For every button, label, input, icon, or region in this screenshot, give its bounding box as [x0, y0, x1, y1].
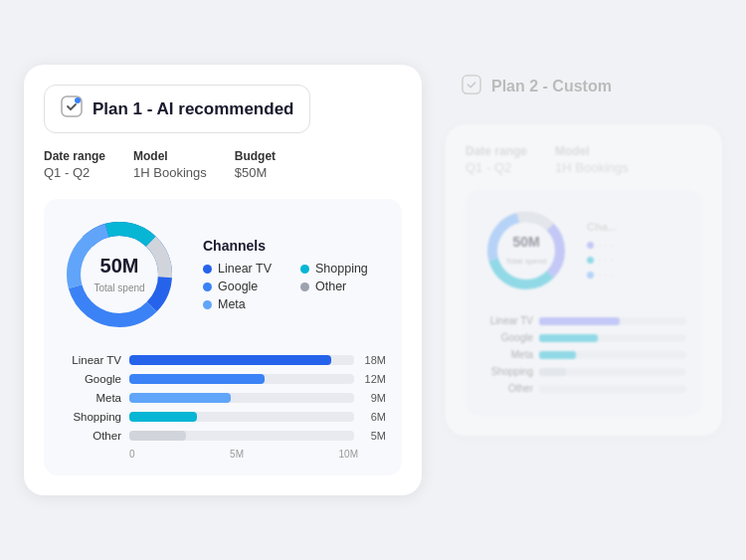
bar-row: Google 12M	[60, 373, 386, 385]
plan2-model: Model 1H Bookings	[555, 144, 629, 176]
plan1-icon	[61, 95, 83, 122]
plan1-legend: Channels Linear TV Shopping Google	[203, 238, 386, 311]
plan2-bar-row: Meta	[481, 349, 686, 360]
legend-dot-other	[300, 282, 309, 291]
plan1-card: Plan 1 - AI recommended Date range Q1 - …	[24, 65, 422, 495]
plan2-meta: Date range Q1 - Q2 Model 1H Bookings	[466, 144, 702, 176]
plan2-legend-area: Cha... · · · · · · · · ·	[587, 221, 686, 280]
plan2-bar-row: Other	[481, 383, 686, 394]
plan2-bar-chart: Linear TV Google Meta Shopping Other	[481, 315, 686, 394]
plan1-axis: 0 5M 10M	[60, 449, 386, 460]
legend-dot-google	[203, 282, 212, 291]
plan1-chart-area: 50M Total spend Channels Linear TV	[44, 199, 402, 475]
bar-row: Other 5M	[60, 430, 386, 442]
plan2-card: Date range Q1 - Q2 Model 1H Bookings	[446, 124, 722, 436]
legend-item-shopping: Shopping	[300, 262, 386, 276]
bar-row: Meta 9M	[60, 392, 386, 404]
plan2-date-range: Date range Q1 - Q2	[466, 144, 527, 176]
plan2-donut: 50M Total spend	[481, 206, 571, 295]
plan2-bar-row: Linear TV	[481, 315, 686, 326]
bar-row: Linear TV 18M	[60, 354, 386, 366]
plan1-title: Plan 1 - AI recommended	[93, 99, 293, 119]
plan1-budget: Budget $50M	[235, 149, 276, 181]
plan2-bar-row: Google	[481, 332, 686, 343]
bar-row: Shopping 6M	[60, 411, 386, 423]
legend-item-google: Google	[203, 280, 288, 293]
legend-item-meta: Meta	[203, 297, 288, 311]
plan1-meta: Date range Q1 - Q2 Model 1H Bookings Bud…	[44, 149, 402, 181]
plan1-model: Model 1H Bookings	[133, 149, 207, 181]
svg-rect-8	[463, 76, 480, 93]
legend-item-lineartv: Linear TV	[203, 262, 288, 276]
plan1-date-range: Date range Q1 - Q2	[44, 149, 105, 181]
legend-item-other: Other	[300, 280, 386, 293]
plan2-title: Plan 2 - Custom	[491, 78, 612, 95]
svg-point-1	[75, 97, 81, 103]
plan1-legend-grid: Linear TV Shopping Google Other	[203, 262, 386, 311]
plan2-bar-row: Shopping	[481, 366, 686, 377]
legend-dot-lineartv	[203, 265, 212, 274]
legend-dot-meta	[203, 300, 212, 309]
plan2-header[interactable]: Plan 2 - Custom	[446, 65, 628, 108]
plan2-icon	[462, 75, 481, 98]
plan2-wrapper: Plan 2 - Custom Date range Q1 - Q2 Model…	[446, 65, 722, 495]
legend-dot-shopping	[300, 265, 309, 274]
plan1-header[interactable]: Plan 1 - AI recommended	[44, 85, 310, 133]
plan2-chart-area: 50M Total spend Cha... · · · · · ·	[466, 190, 702, 416]
plan2-donut-label: 50M Total spend	[506, 234, 547, 268]
plan1-donut: 50M Total spend	[60, 215, 179, 334]
plan1-bar-chart: Linear TV 18M Google 12M Meta 9M Shoppin…	[60, 354, 386, 442]
plan1-donut-label: 50M Total spend	[93, 255, 144, 295]
